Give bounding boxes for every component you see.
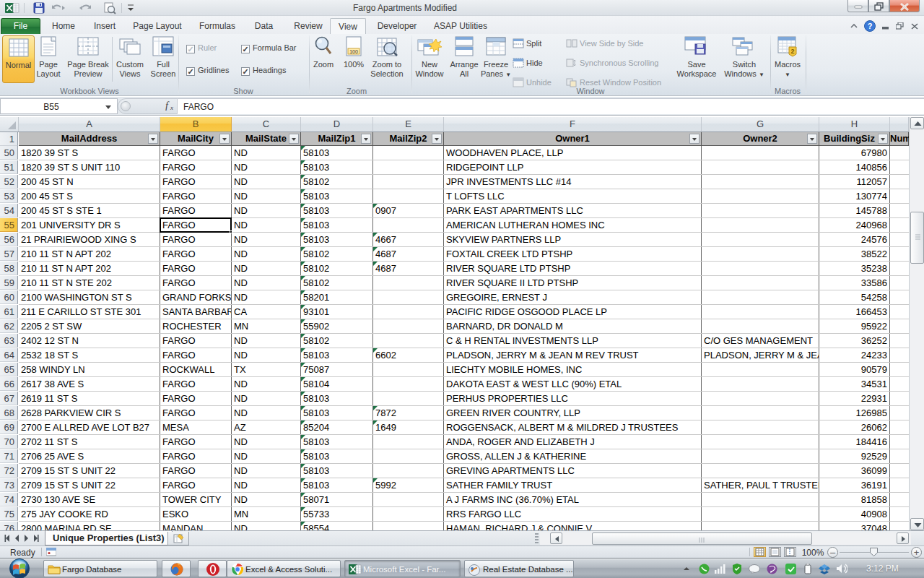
svg-text:2: 2 bbox=[790, 48, 794, 55]
svg-text:100: 100 bbox=[349, 49, 358, 54]
svg-text:?: ? bbox=[868, 22, 873, 30]
svg-text:x: x bbox=[170, 104, 173, 111]
svg-text:f: f bbox=[165, 100, 170, 111]
